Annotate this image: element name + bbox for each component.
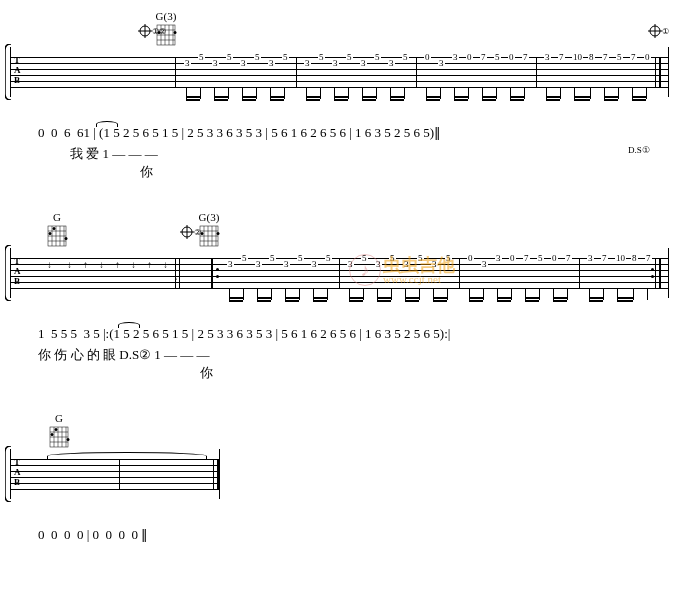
fret-number: 0 xyxy=(466,53,473,62)
strum-arrow: ↑ xyxy=(115,260,120,270)
fret-number: 5 xyxy=(346,53,353,62)
strum-arrow: ↓ xyxy=(99,260,104,270)
fret-number: 0 xyxy=(467,254,474,263)
fret-number: 5 xyxy=(616,53,623,62)
fret-number: 3 xyxy=(227,260,234,269)
numeric-notation: 0 0 6 61 | (1 5 2 5 6 5 1 5 | 2 5 3 3 6 … xyxy=(10,125,669,145)
fret-number: 3 xyxy=(495,254,502,263)
chord-row: ①② G(3) ① xyxy=(10,10,669,45)
svg-point-12 xyxy=(174,31,177,34)
rest: — xyxy=(151,469,163,484)
fret-number: 3 xyxy=(332,59,339,68)
fret-number: 5 xyxy=(226,53,233,62)
fret-number: 3 xyxy=(481,260,488,269)
lyrics: 你 xyxy=(10,163,669,181)
strum-arrow: ↓ xyxy=(163,260,168,270)
fret-number: 7 xyxy=(480,53,487,62)
fret-number: 0 xyxy=(509,254,516,263)
fret-number: 7 xyxy=(522,53,529,62)
fret-number: 5 xyxy=(198,53,205,62)
fret-number: 3 xyxy=(544,53,551,62)
chord-g3: G(3) xyxy=(198,211,220,248)
fret-number: 0 xyxy=(551,254,558,263)
svg-point-26 xyxy=(65,237,68,240)
fret-number: 3 xyxy=(388,59,395,68)
fret-number: 0 xyxy=(644,53,651,62)
svg-point-49 xyxy=(51,433,54,436)
fret-number: 5 xyxy=(374,53,381,62)
rest: — xyxy=(131,469,143,484)
svg-point-48 xyxy=(55,428,58,431)
rest: — xyxy=(67,469,79,484)
fret-number: 5 xyxy=(241,254,248,263)
fret-number: 5 xyxy=(318,53,325,62)
fret-number: 7 xyxy=(523,254,530,263)
strum-arrow: ↓ xyxy=(47,260,52,270)
lyrics: 你 伤 心 的 眼 D.S② 1 — — — xyxy=(10,346,669,364)
numeric-notation: 0 0 0 0 | 0 0 0 0 ‖ xyxy=(10,527,230,547)
lyrics: 我 爱 1 — — — D.S① xyxy=(10,145,669,163)
fret-number: 5 xyxy=(297,254,304,263)
fret-number: 5 xyxy=(325,254,332,263)
rest: — xyxy=(77,67,89,82)
fret-number: 3 xyxy=(268,59,275,68)
watermark: ♪ 虫虫吉他www.ccjt.net xyxy=(349,254,455,286)
chord-g: G xyxy=(48,412,70,449)
tab-staff: TAB — — — — — — — — xyxy=(10,449,220,499)
fret-number: 7 xyxy=(645,254,652,263)
fret-number: 5 xyxy=(269,254,276,263)
fret-number: 10 xyxy=(615,254,626,263)
rest: — xyxy=(107,469,119,484)
numeric-notation: 1 5 5 5 3 5 |:(1 5 2 5 6 5 1 5 | 2 5 3 3… xyxy=(10,326,669,346)
strum-arrow: ↑ xyxy=(147,260,152,270)
svg-point-24 xyxy=(53,227,56,230)
fret-number: 3 xyxy=(304,59,311,68)
chord-row: G xyxy=(10,412,230,447)
svg-point-25 xyxy=(49,232,52,235)
strum-arrow: ↑ xyxy=(83,260,88,270)
tab-staff: TAB — — — — 3535353535353535033075073710… xyxy=(10,47,669,97)
fret-number: 5 xyxy=(254,53,261,62)
svg-point-11 xyxy=(158,31,161,34)
fret-number: 7 xyxy=(602,53,609,62)
rest: — xyxy=(133,67,145,82)
rest: — xyxy=(171,469,183,484)
fret-number: 10 xyxy=(572,53,583,62)
chord-row: G ② G(3) xyxy=(10,211,669,246)
chord-g: G xyxy=(46,211,68,248)
fret-number: 5 xyxy=(494,53,501,62)
fret-number: 3 xyxy=(438,59,445,68)
tab-system-3: G TAB — — — — — — — — 0 0 0 0 | 0 0 0 0 … xyxy=(10,412,230,547)
lyrics: 你 xyxy=(10,364,669,382)
fret-number: 3 xyxy=(311,260,318,269)
tab-system-1: ①② G(3) ① TAB — — — — 353535353535353503… xyxy=(10,10,669,181)
fret-number: 5 xyxy=(282,53,289,62)
svg-point-38 xyxy=(201,232,204,235)
fret-number: 3 xyxy=(283,260,290,269)
svg-point-50 xyxy=(67,438,70,441)
fret-number: 3 xyxy=(452,53,459,62)
fret-number: 5 xyxy=(537,254,544,263)
coda-marker: ① xyxy=(648,24,669,38)
tab-staff: TAB · ↓↓↑↓↑↓↑↓ 3535353535353535033075073… xyxy=(10,248,669,298)
fret-number: 7 xyxy=(601,254,608,263)
rest: — xyxy=(105,67,117,82)
rest: — xyxy=(49,67,61,82)
fret-number: 3 xyxy=(212,59,219,68)
rest: — xyxy=(87,469,99,484)
fret-number: 3 xyxy=(255,260,262,269)
fret-number: 8 xyxy=(588,53,595,62)
watermark-icon: ♪ xyxy=(349,254,381,286)
strum-arrow: ↓ xyxy=(67,260,72,270)
fret-number: 7 xyxy=(558,53,565,62)
rest: — xyxy=(191,469,203,484)
fret-number: 7 xyxy=(630,53,637,62)
svg-point-39 xyxy=(217,232,220,235)
fret-number: 3 xyxy=(587,254,594,263)
tab-system-2: G ② G(3) TAB · ↓↓↑↓↑↓↑↓ 3535353535353535… xyxy=(10,211,669,382)
fret-number: 0 xyxy=(508,53,515,62)
fret-number: 7 xyxy=(565,254,572,263)
fret-number: 8 xyxy=(631,254,638,263)
fret-number: 3 xyxy=(240,59,247,68)
fret-number: 3 xyxy=(184,59,191,68)
